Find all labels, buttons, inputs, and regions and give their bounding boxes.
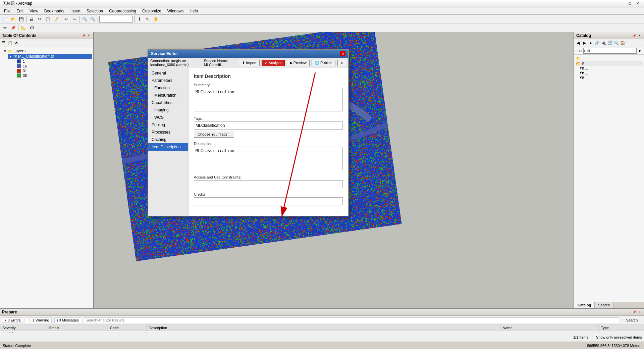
copy-btn[interactable]: 📋: [44, 15, 51, 23]
warnings-stat[interactable]: ⚠ 1 Warning: [26, 317, 52, 323]
map-area[interactable]: Service Editor ✕ Connection: arcgis on l…: [94, 32, 574, 308]
menu-help[interactable]: Help: [187, 8, 201, 14]
catalog-tab[interactable]: Catalog: [574, 302, 595, 308]
prepare-pin-btn[interactable]: 📌: [632, 310, 637, 314]
prepare-search-input[interactable]: [84, 317, 619, 323]
pan-btn[interactable]: ✋: [152, 15, 159, 23]
window-controls[interactable]: – □ ✕: [619, 1, 641, 6]
menu-edit[interactable]: Edit: [14, 8, 26, 14]
catalog-back-btn[interactable]: ◀: [575, 40, 581, 46]
zoom-in-btn[interactable]: 🔍: [81, 15, 88, 23]
undo-btn[interactable]: ↩: [62, 15, 70, 23]
catalog-up-btn[interactable]: ▲: [588, 40, 594, 46]
menu-geoprocessing[interactable]: Geoprocessing: [106, 8, 139, 14]
status-bar: Status: Complete 866559.966 3413304.078 …: [0, 342, 644, 349]
location-go-btn[interactable]: ▶: [637, 48, 643, 53]
nav-caching[interactable]: Caching: [148, 136, 188, 143]
menu-insert[interactable]: Insert: [68, 8, 83, 14]
col-description[interactable]: Description: [147, 325, 500, 331]
catalog-tree-item-1[interactable]: 📁 ...: [576, 56, 643, 61]
access-input[interactable]: [194, 180, 343, 188]
col-name[interactable]: Name: [500, 325, 599, 331]
catalog-close-btn[interactable]: ✕: [637, 33, 642, 38]
toc-list-view-btn[interactable]: ☰: [1, 40, 7, 46]
redo-btn[interactable]: ↪: [70, 15, 78, 23]
open-btn[interactable]: 📂: [9, 15, 17, 23]
nav-capabilities[interactable]: Capabilities: [148, 99, 188, 106]
measure-btn[interactable]: 📐: [20, 24, 27, 32]
editor-btn[interactable]: ✏: [1, 24, 9, 32]
nav-pooling[interactable]: Pooling: [148, 121, 188, 129]
catalog-tree-item-3[interactable]: 🗺 ...: [580, 66, 643, 71]
scale-input[interactable]: 1:1,011,115: [99, 16, 133, 22]
catalog-pin-btn[interactable]: 📌: [632, 33, 637, 38]
tags-input[interactable]: [194, 121, 343, 130]
toc-layers-header[interactable]: ▼ 📁 Layers: [3, 48, 92, 54]
import-btn[interactable]: ⬆ Import: [239, 60, 259, 66]
errors-stat[interactable]: ● 0 Errors: [2, 317, 23, 323]
close-btn[interactable]: ✕: [634, 1, 641, 6]
toc-pin-btn[interactable]: 📌: [81, 33, 86, 38]
print-btn[interactable]: 🖨: [28, 15, 35, 23]
catalog-connect-btn[interactable]: 🔗: [594, 40, 600, 46]
catalog-forward-btn[interactable]: ▶: [581, 40, 587, 46]
preview-btn[interactable]: ▶ Preview: [287, 60, 310, 66]
nav-mensuration[interactable]: Mensuration: [148, 92, 188, 99]
nav-item-description[interactable]: Item Description: [148, 143, 188, 151]
menu-selection[interactable]: Selection: [84, 8, 106, 14]
catalog-tree-item-2[interactable]: 📂 S: [576, 61, 643, 66]
analyze-btn[interactable]: ✓ Analyze: [262, 60, 285, 66]
location-input[interactable]: [583, 48, 637, 54]
summary-textarea[interactable]: MLClassification: [194, 88, 343, 111]
toc-main-layer-item[interactable]: ▼ 🗺 ML_Classification.tif: [8, 54, 92, 59]
credits-input[interactable]: [194, 197, 343, 205]
toc-close-btn[interactable]: ✕: [87, 33, 91, 38]
col-code[interactable]: Code: [108, 325, 146, 331]
menu-view[interactable]: View: [27, 8, 41, 14]
nav-parameters[interactable]: Parameters: [148, 77, 188, 84]
menu-bookmarks[interactable]: Bookmarks: [42, 8, 67, 14]
col-type[interactable]: Type: [599, 325, 644, 331]
menu-bar: File Edit View Bookmarks Insert Selectio…: [0, 7, 644, 15]
col-status[interactable]: Status: [47, 325, 108, 331]
catalog-tree-item-4[interactable]: 🗺 ...: [580, 71, 643, 76]
nav-imaging[interactable]: Imaging: [148, 106, 188, 114]
maximize-btn[interactable]: □: [627, 1, 633, 6]
catalog-panel: Catalog 📌 ✕ ◀ ▶ ▲ 🔗 🔌 🔄 🔍 🏠 Loc: ▶ 📁 ...: [574, 32, 644, 308]
menu-windows[interactable]: Windows: [165, 8, 186, 14]
search-results-btn[interactable]: Search: [622, 316, 642, 324]
toc-source-view-btn[interactable]: 📋: [7, 40, 13, 46]
catalog-refresh-btn[interactable]: 🔄: [607, 40, 613, 46]
menu-file[interactable]: File: [1, 8, 13, 14]
nav-wcs[interactable]: WCS: [148, 114, 188, 121]
nav-function[interactable]: Function: [148, 84, 188, 92]
col-severity[interactable]: Severity: [0, 325, 47, 331]
cut-btn[interactable]: ✂: [36, 15, 43, 23]
dialog-titlebar[interactable]: Service Editor ✕: [148, 50, 348, 58]
save-btn[interactable]: 💾: [17, 15, 25, 23]
nav-processes[interactable]: Processes: [148, 129, 188, 136]
dialog-expand-btn[interactable]: ∧: [337, 60, 346, 66]
nav-general[interactable]: General: [148, 69, 188, 77]
catalog-disconnect-btn[interactable]: 🔌: [600, 40, 606, 46]
select-btn[interactable]: ↖: [144, 15, 151, 23]
dialog-close-btn[interactable]: ✕: [340, 51, 345, 56]
identify-btn[interactable]: ℹ: [136, 15, 143, 23]
menu-customize[interactable]: Customize: [140, 8, 164, 14]
messages-stat[interactable]: ℹ 0 Messages: [54, 317, 81, 323]
publish-btn[interactable]: 🌐 Publish: [312, 60, 335, 66]
paste-btn[interactable]: 📝: [52, 15, 59, 23]
snap-btn[interactable]: 📌: [9, 24, 17, 32]
choose-tags-btn[interactable]: Choose Your Tags...: [194, 131, 234, 138]
minimize-btn[interactable]: –: [619, 1, 625, 6]
new-btn[interactable]: 📄: [1, 15, 9, 23]
search-tab[interactable]: Search: [595, 302, 613, 308]
description-textarea[interactable]: MLClassification: [194, 147, 343, 170]
prepare-close-btn[interactable]: ✕: [637, 310, 642, 314]
toc-visibility-btn[interactable]: 👁: [13, 40, 19, 46]
label-btn[interactable]: 🏷: [28, 24, 35, 32]
zoom-out-btn[interactable]: 🔍: [89, 15, 96, 23]
catalog-tree-item-5[interactable]: 🗺 ...: [580, 76, 643, 80]
catalog-home-btn[interactable]: 🏠: [620, 40, 626, 46]
catalog-search-btn[interactable]: 🔍: [613, 40, 619, 46]
